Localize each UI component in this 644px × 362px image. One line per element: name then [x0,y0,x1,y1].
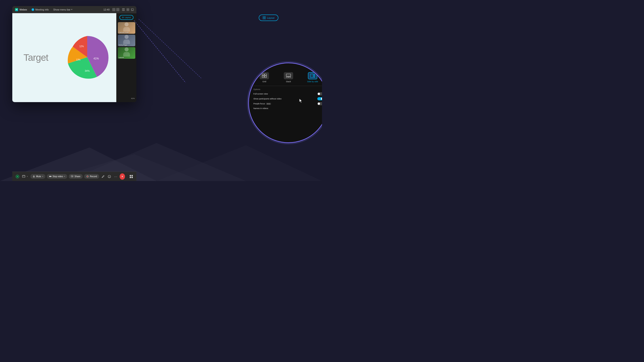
layout-option-grid[interactable]: Grid [253,72,275,83]
side-by-side-layout-icon-option [308,72,317,79]
side-by-side-icon-svg [310,74,315,78]
show-participants-toggle-knob [321,98,322,100]
svg-rect-39 [263,18,264,19]
record-label: Record [90,175,97,178]
svg-rect-9 [34,175,34,177]
people-focus-toggle[interactable] [317,102,322,105]
svg-rect-28 [262,76,264,77]
end-call-icon: ✕ [121,175,124,178]
participant-name-3: Isabelle [119,57,124,58]
more-button[interactable]: ··· [113,174,118,179]
grid-layout-button[interactable] [129,174,134,179]
emoji-icon [108,175,111,178]
stop-video-chevron-icon: ▾ [64,175,65,177]
record-button[interactable]: Record [84,174,99,179]
pie-chart-svg: 41% 34% 13% 12% [65,35,110,79]
svg-rect-37 [263,16,264,18]
svg-rect-30 [286,74,291,76]
stop-video-button[interactable]: Stop video ▾ [47,174,67,179]
close-button[interactable]: ✕ [131,8,134,11]
app-window: W Webex i Meeting info Show menu bar ▾ 1… [12,6,136,102]
layout-button-outside[interactable]: Layout [259,14,278,21]
more-icon: ··· [114,175,118,178]
maximize-button[interactable]: □ [126,8,129,11]
participant-name-1: Clarissa Smith [119,32,129,33]
people-focus-option-label: People focus Beta [253,103,271,105]
title-bar: W Webex i Meeting info Show menu bar ▾ 1… [12,6,136,13]
svg-rect-35 [314,75,315,76]
beta-badge: Beta [266,103,271,105]
emoji-button[interactable] [107,174,112,179]
mute-chevron-icon: ▾ [42,175,43,177]
minimize-button[interactable]: — [122,8,125,11]
presentation-title: Target [24,52,48,63]
stack-layout-icon-option [284,72,293,79]
layout-option-side-by-side[interactable]: Side by side [302,72,322,83]
names-in-videos-option-label: Names in videos [253,107,268,109]
fullscreen-toggle-knob [318,93,320,95]
webex-home-button[interactable] [15,174,20,179]
share-label: Share [74,175,80,178]
participant-name-2: Henry Riggs [119,44,128,46]
share-icon [71,175,73,178]
svg-rect-7 [23,176,24,176]
show-menu-button[interactable]: Show menu bar ▾ [53,8,72,11]
show-participants-toggle[interactable] [317,97,322,100]
window-controls: — □ ✕ [122,8,134,11]
svg-rect-38 [264,16,266,18]
show-menu-label: Show menu bar [53,8,70,11]
share-button[interactable]: Share [69,174,83,179]
grid-layout-icon [130,175,133,178]
names-in-videos-option-row[interactable]: Names in videos › [253,107,322,109]
pie-chart: 41% 34% 13% 12% [65,35,110,80]
stop-video-label: Stop video [52,175,63,178]
chevron-down-icon: ▾ [71,8,72,10]
reactions-chevron: ▾ [27,175,28,177]
end-call-button[interactable]: ✕ [120,173,125,180]
stack-option-label: Stack [286,80,291,83]
svg-rect-31 [286,77,288,77]
pie-label-12: 12% [80,45,84,48]
pie-label-34: 34% [85,69,90,72]
reactions-button[interactable] [21,174,26,179]
svg-point-15 [87,176,88,177]
stack-icon-svg [286,74,291,78]
svg-rect-20 [130,175,131,176]
svg-rect-6 [22,175,25,177]
show-participants-option-row: Show participants without video [253,97,322,100]
people-focus-option-row: People focus Beta [253,102,322,105]
webex-label: Webex [20,8,27,11]
layout-button-icon [263,16,266,19]
svg-marker-12 [51,176,52,177]
grid-icon-svg [262,74,267,78]
svg-rect-26 [262,74,264,75]
annotate-button[interactable] [100,174,106,179]
reactions-icon [22,175,25,178]
layout-label: Layout [125,16,131,18]
svg-rect-27 [264,74,266,75]
mute-button[interactable]: Mute ▾ [30,174,46,179]
pie-label-13: 13% [76,58,80,61]
svg-rect-21 [132,175,133,176]
svg-line-25 [139,19,201,78]
layout-option-stack[interactable]: Stack [278,72,300,83]
participant-thumb-3: Isabelle [118,47,135,59]
side-by-side-option-label: Side by side [307,80,318,83]
svg-rect-22 [130,177,131,178]
layout-main-button[interactable]: Layout [259,14,278,21]
svg-rect-29 [264,76,266,77]
fullscreen-toggle[interactable] [317,92,322,95]
partial-percentage: 41% [131,97,134,99]
stop-video-icon [49,175,52,178]
layout-button[interactable]: ⊞ Layout [120,15,134,20]
show-participants-option-label: Show participants without video [253,98,282,100]
svg-line-24 [134,20,186,83]
grid-option-label: Grid [262,80,266,83]
meeting-info-label: Meeting info [35,8,49,11]
layout-options: Grid Stack [253,72,322,83]
system-icon-1 [112,8,116,11]
meeting-info-button[interactable]: i Meeting info [30,7,50,12]
fullscreen-option-label: Full-screen view [253,93,268,95]
participant-thumb-1: Clarissa Smith [118,22,135,34]
presentation-area: Target 41% 34% 13% 1 [12,13,116,102]
